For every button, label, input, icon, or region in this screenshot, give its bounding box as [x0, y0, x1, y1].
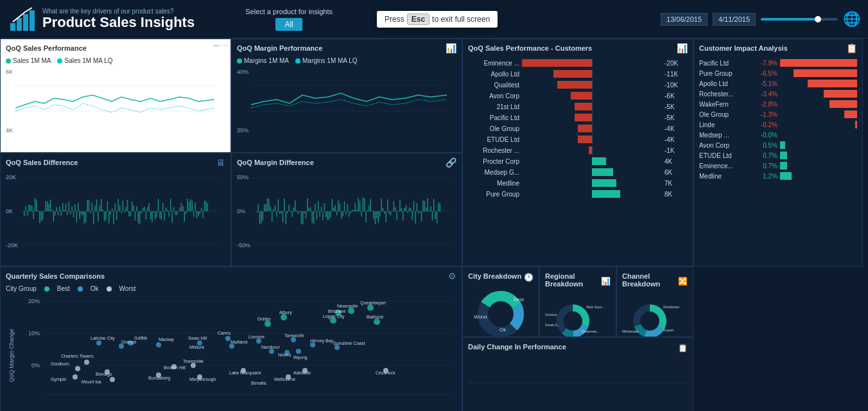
svg-rect-228 — [398, 211, 399, 211]
customer-impact-title: Customer Impact Analysis — [699, 44, 788, 52]
impact-value: -0.2% — [753, 121, 777, 128]
svg-rect-65 — [104, 211, 105, 221]
product-selector: Select a product for insights All — [214, 8, 364, 31]
svg-rect-26 — [44, 211, 45, 211]
customer-bar-row: Avon Corp-6K — [468, 91, 688, 100]
logo — [8, 5, 36, 33]
svg-text:Albury: Albury — [279, 310, 292, 315]
scatter-svg: 20% 10% 0% — [15, 295, 456, 407]
svg-rect-37 — [61, 211, 62, 216]
impact-label: Medline — [699, 173, 751, 180]
product-label: Select a product for insights — [245, 8, 333, 15]
date-slider[interactable] — [761, 18, 838, 21]
svg-rect-103 — [162, 203, 164, 211]
svg-rect-64 — [102, 209, 103, 211]
impact-bar-wrap — [780, 58, 857, 67]
legend-dot-sales1mlq — [57, 58, 62, 64]
svg-rect-159 — [291, 211, 293, 217]
svg-rect-215 — [378, 211, 379, 223]
svg-rect-79 — [125, 207, 126, 211]
scatter-y-axis-label: QoQ Margin Change — [8, 329, 15, 382]
svg-point-264 — [348, 308, 354, 314]
esc-tooltip: Press Esc to exit full screen — [377, 11, 498, 28]
impact-row: Medsep ...-0.0% — [699, 130, 857, 139]
svg-rect-202 — [358, 198, 359, 211]
svg-rect-89 — [141, 211, 142, 213]
svg-rect-214 — [376, 211, 378, 218]
svg-text:Latrobe City: Latrobe City — [91, 336, 115, 341]
svg-rect-230 — [401, 208, 403, 211]
svg-rect-163 — [298, 211, 299, 214]
svg-rect-78 — [124, 211, 125, 213]
svg-rect-105 — [166, 207, 167, 211]
svg-rect-48 — [78, 203, 79, 211]
minimize-icon[interactable]: — — [213, 42, 220, 49]
svg-rect-120 — [189, 202, 190, 211]
svg-point-266 — [265, 320, 271, 327]
svg-rect-151 — [279, 211, 281, 214]
chart-icon-impact: 📋 — [846, 43, 857, 53]
svg-rect-146 — [272, 211, 273, 222]
svg-rect-192 — [342, 211, 343, 216]
svg-text:20%: 20% — [28, 298, 40, 304]
customer-bar-row: 21st Ltd-5K — [468, 102, 688, 111]
impact-label: Rochester... — [699, 91, 751, 98]
all-button[interactable]: All — [275, 18, 302, 31]
impact-bar-wrap — [780, 110, 857, 119]
sdiff-y-n20k: -20K — [6, 242, 18, 249]
svg-text:Ok: Ok — [499, 327, 507, 333]
svg-rect-201 — [356, 210, 358, 211]
impact-row: Apollo Ltd-5.1% — [699, 79, 857, 88]
sales-perf-panel: QoQ Sales Performance — ⋯ Sales 1M MA Sa… — [0, 39, 231, 153]
svg-rect-229 — [399, 200, 401, 211]
svg-rect-4 — [30, 10, 35, 31]
svg-text:Benalla: Benalla — [251, 381, 266, 385]
svg-point-269 — [374, 319, 380, 325]
svg-rect-124 — [195, 202, 196, 211]
date2-badge[interactable]: 4/11/2015 — [713, 13, 756, 26]
svg-rect-223 — [390, 211, 392, 215]
svg-rect-80 — [127, 200, 128, 211]
svg-rect-132 — [207, 203, 209, 211]
svg-rect-157 — [288, 204, 290, 211]
svg-text:Victoria: Victoria — [545, 313, 557, 317]
svg-rect-194 — [345, 211, 347, 215]
svg-text:Dubbo: Dubbo — [257, 317, 271, 321]
svg-rect-126 — [198, 211, 199, 216]
customer-bar-label: Pure Group — [468, 191, 519, 198]
svg-rect-106 — [167, 210, 168, 211]
daily-icon: 📋 — [678, 344, 688, 353]
svg-rect-47 — [76, 211, 78, 222]
svg-text:Melbourne: Melbourne — [274, 377, 295, 381]
impact-label: Apollo Ltd — [699, 80, 751, 87]
impact-row: Ole Group-1.3% — [699, 110, 857, 119]
svg-rect-161 — [295, 200, 296, 211]
svg-text:Gympie: Gympie — [51, 377, 66, 382]
svg-point-276 — [296, 349, 301, 354]
date1-badge[interactable]: 13/06/2015 — [661, 13, 707, 26]
legend-margin-1m-lq: Margins 1M MA LQ — [295, 57, 358, 64]
svg-rect-70 — [112, 209, 113, 211]
esc-key[interactable]: Esc — [407, 13, 430, 25]
customer-bar-label: 21st Ltd — [468, 103, 519, 110]
svg-rect-244 — [422, 200, 424, 211]
svg-rect-38 — [62, 204, 64, 211]
header-right: 13/06/2015 4/11/2015 🌐 — [661, 11, 860, 28]
svg-text:Bendigo: Bendigo — [96, 372, 112, 377]
impact-label: Eminence... — [699, 162, 751, 170]
svg-point-282 — [119, 344, 124, 349]
settings-icon[interactable]: ⋯ — [221, 42, 228, 49]
svg-point-283 — [96, 340, 101, 345]
svg-rect-177 — [319, 211, 320, 217]
svg-rect-118 — [186, 211, 187, 214]
customer-bar-value: 4K — [664, 158, 688, 165]
impact-bar-wrap — [780, 120, 857, 129]
svg-text:Best: Best — [514, 297, 525, 302]
customer-bar-container — [522, 58, 662, 67]
pie-icon: 📊 — [601, 277, 611, 286]
svg-rect-45 — [73, 211, 74, 218]
svg-rect-27 — [46, 201, 47, 211]
svg-rect-97 — [153, 211, 155, 212]
impact-row: Eminence...0.7% — [699, 161, 857, 170]
svg-rect-72 — [115, 204, 116, 211]
